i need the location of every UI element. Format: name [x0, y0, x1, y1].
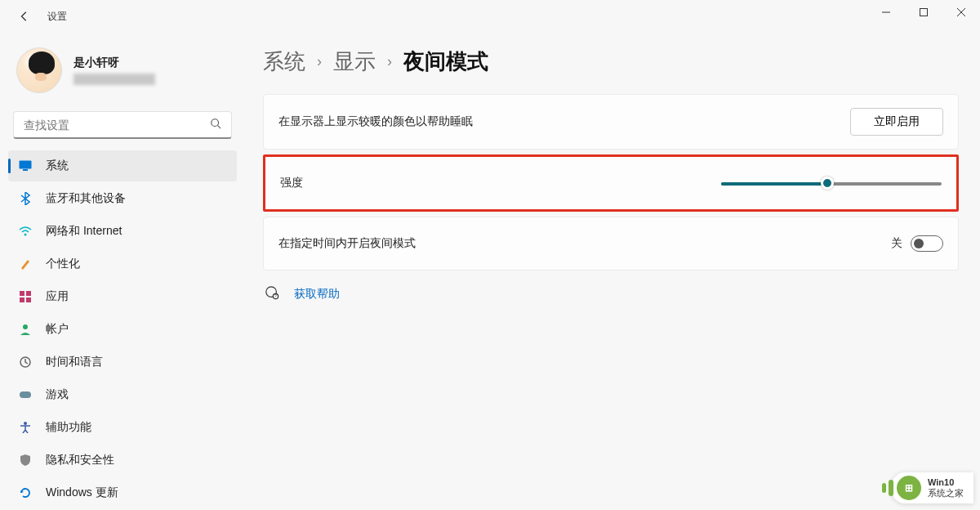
card-strength: 强度 — [263, 154, 959, 212]
sidebar-item-2[interactable]: 网络和 Internet — [8, 216, 237, 247]
close-button[interactable] — [942, 0, 980, 25]
accessibility-icon — [18, 420, 33, 435]
description-text: 在显示器上显示较暖的颜色以帮助睡眠 — [278, 114, 473, 129]
search-input[interactable] — [24, 119, 210, 132]
content-area: 系统›显示›夜间模式 在显示器上显示较暖的颜色以帮助睡眠 立即启用 强度 — [245, 33, 980, 510]
breadcrumb-item-1[interactable]: 显示 — [333, 47, 376, 76]
sidebar-item-3[interactable]: 个性化 — [8, 248, 237, 280]
sidebar-item-label: 蓝牙和其他设备 — [46, 191, 126, 206]
sidebar-item-label: 系统 — [46, 159, 69, 173]
strength-slider[interactable] — [721, 175, 942, 191]
svg-point-16 — [24, 422, 27, 425]
sidebar-item-4[interactable]: 应用 — [8, 281, 237, 312]
search-box[interactable] — [13, 111, 232, 139]
brush-icon — [18, 257, 33, 271]
help-icon: ? — [265, 285, 279, 303]
toggle-knob — [914, 239, 924, 248]
watermark: ⊞ Win10 系统之家 — [892, 472, 973, 503]
svg-rect-1 — [920, 9, 928, 16]
enable-now-button[interactable]: 立即启用 — [850, 108, 943, 136]
card-schedule: 在指定时间内开启夜间模式 关 — [263, 217, 959, 271]
svg-point-13 — [23, 324, 28, 329]
monitor-icon — [18, 159, 33, 173]
wifi-icon — [18, 224, 33, 239]
toggle-state-label: 关 — [891, 236, 902, 251]
chevron-right-icon: › — [317, 53, 322, 70]
svg-line-5 — [218, 125, 221, 128]
sidebar-item-9[interactable]: 隐私和安全性 — [8, 445, 237, 476]
sidebar-item-label: 网络和 Internet — [46, 224, 122, 239]
search-icon — [210, 118, 221, 132]
window-title: 设置 — [47, 10, 67, 24]
minimize-icon — [882, 8, 890, 16]
sidebar-item-8[interactable]: 辅助功能 — [8, 412, 237, 443]
breadcrumb-item-2: 夜间模式 — [403, 47, 488, 76]
avatar — [16, 47, 62, 93]
update-icon — [18, 485, 33, 500]
user-card[interactable]: 是小轩呀 — [8, 41, 237, 100]
svg-rect-7 — [23, 169, 28, 171]
sidebar-item-label: 应用 — [46, 289, 69, 304]
svg-point-8 — [24, 234, 27, 236]
maximize-icon — [920, 8, 928, 16]
get-help-link[interactable]: 获取帮助 — [294, 287, 340, 302]
sidebar: 是小轩呀 系统蓝牙和其他设备网络和 Internet个性化应用帐户时间和语言游戏… — [0, 33, 245, 510]
watermark-line1: Win10 — [928, 477, 964, 488]
sidebar-item-label: 个性化 — [46, 257, 80, 271]
sidebar-item-label: 辅助功能 — [46, 420, 91, 435]
slider-fill — [721, 182, 827, 186]
svg-rect-12 — [26, 298, 31, 302]
apps-icon — [18, 289, 33, 304]
breadcrumb: 系统›显示›夜间模式 — [263, 47, 959, 76]
strength-label: 强度 — [280, 176, 303, 190]
help-row: ? 获取帮助 — [263, 285, 959, 303]
slider-thumb[interactable] — [821, 177, 834, 190]
chevron-right-icon: › — [387, 53, 392, 70]
back-button[interactable] — [16, 8, 33, 25]
user-subtitle — [74, 74, 155, 85]
watermark-line2: 系统之家 — [928, 488, 964, 499]
person-icon — [18, 322, 33, 337]
sidebar-item-1[interactable]: 蓝牙和其他设备 — [8, 183, 237, 214]
sidebar-item-10[interactable]: Windows 更新 — [8, 477, 237, 508]
sidebar-item-5[interactable]: 帐户 — [8, 314, 237, 345]
sidebar-item-label: 游戏 — [46, 387, 69, 402]
sidebar-item-label: 时间和语言 — [46, 355, 103, 369]
svg-rect-15 — [20, 391, 31, 398]
schedule-label: 在指定时间内开启夜间模式 — [278, 236, 416, 251]
user-name: 是小轩呀 — [74, 56, 155, 70]
clock-icon — [18, 355, 33, 369]
schedule-toggle[interactable] — [911, 235, 943, 252]
sidebar-item-6[interactable]: 时间和语言 — [8, 347, 237, 378]
card-description: 在显示器上显示较暖的颜色以帮助睡眠 立即启用 — [263, 94, 959, 150]
sidebar-item-label: Windows 更新 — [46, 485, 118, 500]
sidebar-item-label: 隐私和安全性 — [46, 453, 114, 468]
svg-rect-11 — [20, 298, 24, 302]
sidebar-item-label: 帐户 — [46, 322, 69, 337]
bluetooth-icon — [18, 191, 33, 206]
close-icon — [957, 8, 965, 16]
maximize-button[interactable] — [905, 0, 942, 25]
watermark-logo-icon: ⊞ — [897, 476, 921, 500]
gamepad-icon — [18, 387, 33, 402]
arrow-left-icon — [19, 11, 30, 22]
minimize-button[interactable] — [867, 0, 905, 25]
svg-rect-6 — [20, 161, 32, 169]
sidebar-item-0[interactable]: 系统 — [8, 150, 237, 181]
sidebar-item-7[interactable]: 游戏 — [8, 379, 237, 410]
svg-point-4 — [212, 119, 219, 126]
shield-icon — [18, 453, 33, 468]
svg-rect-10 — [26, 291, 31, 296]
breadcrumb-item-0[interactable]: 系统 — [263, 47, 305, 76]
nav-list: 系统蓝牙和其他设备网络和 Internet个性化应用帐户时间和语言游戏辅助功能隐… — [8, 150, 237, 508]
svg-rect-9 — [20, 291, 24, 296]
